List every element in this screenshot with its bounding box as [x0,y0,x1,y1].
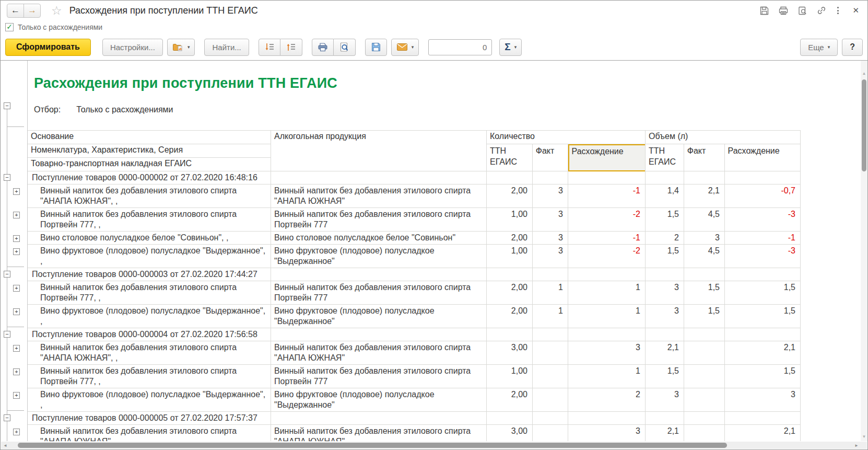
empty-cell[interactable] [568,412,646,425]
collapse-group-button[interactable]: − [4,271,10,278]
expand-row-button[interactable]: + [13,212,20,218]
preview-search-icon[interactable] [797,6,807,16]
vol-fact-cell[interactable]: 3 [684,232,725,245]
product-cell[interactable]: Винный напиток без добавления этилового … [271,365,487,388]
send-mail-button[interactable]: ▾ [391,39,419,56]
empty-cell[interactable] [487,171,533,184]
header-qty-fact[interactable]: Факт [533,144,568,171]
vol-fact-cell[interactable]: 1,5 [684,281,725,305]
empty-cell[interactable] [568,268,646,281]
vol-fact-cell[interactable]: 2,1 [684,184,725,208]
scroll-down-icon[interactable]: ▼ [861,434,867,439]
vol-ttn-cell[interactable]: 2,1 [646,341,684,365]
expand-row-button[interactable]: + [13,429,20,435]
nomenclature-cell[interactable]: Винный напиток без добавления этилового … [28,281,271,305]
empty-cell[interactable] [684,268,725,281]
vertical-scrollbar[interactable]: ▲ ▼ [861,61,867,441]
qty-ttn-cell[interactable]: 2,00 [487,388,533,412]
qty-fact-cell[interactable]: 3 [533,208,568,232]
vol-fact-cell[interactable]: 1,5 [684,305,725,328]
empty-cell[interactable] [533,171,568,184]
expand-groups-button[interactable] [259,39,280,56]
qty-ttn-cell[interactable]: 1,00 [487,245,533,268]
collapse-group-button[interactable]: − [4,174,10,181]
group-title-cell[interactable]: Поступление товаров 0000-000003 от 27.02… [28,268,271,281]
empty-cell[interactable] [568,171,646,184]
vol-diff-cell[interactable]: -3 [725,208,801,232]
expand-row-button[interactable]: + [13,285,20,292]
qty-fact-cell[interactable] [533,425,568,441]
nomenclature-cell[interactable]: Винный напиток без добавления этилового … [28,208,271,232]
header-basis[interactable]: Основание [28,131,271,144]
nomenclature-cell[interactable]: Винный напиток без добавления этилового … [28,365,271,388]
vol-diff-cell[interactable]: 1,5 [725,365,801,388]
expand-row-button[interactable]: + [13,392,20,399]
empty-cell[interactable] [684,412,725,425]
empty-cell[interactable] [271,328,487,341]
header-vol-fact[interactable]: Факт [684,144,725,171]
empty-cell[interactable] [487,328,533,341]
group-title-cell[interactable]: Поступление товаров 0000-000005 от 27.02… [28,412,271,425]
vol-ttn-cell[interactable]: 2 [646,232,684,245]
print-button[interactable] [312,39,334,56]
nomenclature-cell[interactable]: Вино столовое полусладкое белое "Совиньо… [28,232,271,245]
group-title-cell[interactable]: Поступление товаров 0000-000004 от 27.02… [28,328,271,341]
vol-diff-cell[interactable]: 2,1 [725,425,801,441]
qty-ttn-cell[interactable]: 2,00 [487,281,533,305]
vol-fact-cell[interactable]: 4,5 [684,208,725,232]
collapse-group-button[interactable]: − [4,331,10,338]
scroll-up-icon[interactable]: ▲ [861,71,867,76]
empty-cell[interactable] [533,328,568,341]
empty-cell[interactable] [684,328,725,341]
qty-fact-cell[interactable]: 3 [533,232,568,245]
vol-ttn-cell[interactable]: 2,1 [646,425,684,441]
product-cell[interactable]: Винный напиток без добавления этилового … [271,341,487,365]
forward-button[interactable]: → [24,4,40,17]
horizontal-scroll-thumb[interactable] [18,443,727,448]
vol-ttn-cell[interactable]: 1,5 [646,245,684,268]
more-menu-icon[interactable] [836,7,840,14]
vol-fact-cell[interactable] [684,341,725,365]
qty-fact-cell[interactable] [533,341,568,365]
qty-diff-cell[interactable]: -2 [568,208,646,232]
vol-fact-cell[interactable] [684,365,725,388]
more-button[interactable]: Еще ▾ [800,39,838,56]
product-cell[interactable]: Винный напиток без добавления этилового … [271,184,487,208]
product-cell[interactable]: Вино фруктовое (плодовое) полусладкое "В… [271,388,487,412]
qty-fact-cell[interactable]: 1 [533,305,568,328]
nomenclature-cell[interactable]: Вино фруктовое (плодовое) полусладкое "В… [28,388,271,412]
qty-fact-cell[interactable] [533,388,568,412]
qty-ttn-cell[interactable]: 2,00 [487,232,533,245]
qty-diff-cell[interactable]: -1 [568,232,646,245]
vol-diff-cell[interactable]: 2,1 [725,341,801,365]
group-title-cell[interactable]: Поступление товаров 0000-000002 от 27.02… [28,171,271,184]
vol-ttn-cell[interactable]: 3 [646,388,684,412]
print-preview-button[interactable] [334,39,356,56]
vol-ttn-cell[interactable]: 1,5 [646,208,684,232]
empty-cell[interactable] [646,268,684,281]
header-ttn-doc[interactable]: Товарно-транспортная накладная ЕГАИС [28,158,271,171]
scroll-right-icon[interactable]: ► [854,443,859,448]
empty-cell[interactable] [533,412,568,425]
expand-row-button[interactable]: + [13,188,20,195]
horizontal-scrollbar[interactable]: ◄ ► [1,442,867,449]
favorite-star-icon[interactable]: ☆ [51,5,62,17]
print-icon[interactable] [778,6,789,16]
empty-cell[interactable] [684,171,725,184]
vol-fact-cell[interactable] [684,388,725,412]
header-qty-diff-selected[interactable]: Расхождение [568,144,645,171]
header-vol-ttn[interactable]: ТТН ЕГАИС [646,144,684,171]
vol-fact-cell[interactable]: 4,5 [684,245,725,268]
empty-cell[interactable] [271,268,487,281]
vol-diff-cell[interactable]: 1,5 [725,305,801,328]
product-cell[interactable]: Вино столовое полусладкое белое "Совиньо… [271,232,487,245]
qty-ttn-cell[interactable]: 1,00 [487,208,533,232]
qty-ttn-cell[interactable]: 2,00 [487,305,533,328]
get-link-icon[interactable] [816,5,827,16]
empty-cell[interactable] [533,268,568,281]
counter-input[interactable] [428,39,492,55]
vol-diff-cell[interactable]: 3 [725,388,801,412]
empty-cell[interactable] [271,171,487,184]
settings-button[interactable]: Настройки... [102,39,163,56]
only-discrepancies-checkbox[interactable]: ✓ [5,23,14,31]
